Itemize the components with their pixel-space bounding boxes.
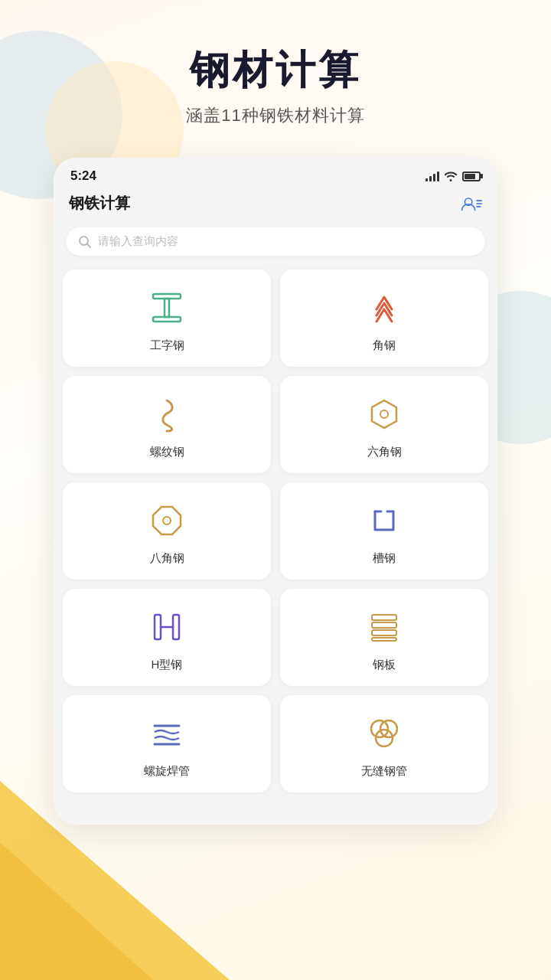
grid-item-label: H型钢 bbox=[152, 658, 183, 672]
grid-row-5: 螺旋焊管 无缝钢管 bbox=[63, 695, 488, 792]
phone-card: 5:24 钢铁计算 bbox=[54, 158, 497, 825]
bg-triangle-2 bbox=[0, 842, 153, 980]
grid-item-bajiao[interactable]: 八角钢 bbox=[63, 482, 271, 580]
search-icon bbox=[78, 235, 92, 249]
grid-item-label: 六角钢 bbox=[367, 445, 402, 459]
svg-marker-9 bbox=[372, 400, 396, 428]
grid-row-4: H型钢 钢板 bbox=[63, 589, 488, 686]
material-grid: 工字钢 角钢 bbox=[54, 266, 497, 809]
channel-icon bbox=[363, 499, 406, 542]
octagon-icon bbox=[145, 499, 188, 542]
grid-item-wufeng[interactable]: 无缝钢管 bbox=[280, 695, 488, 792]
grid-item-label: 角钢 bbox=[373, 338, 396, 353]
svg-rect-21 bbox=[372, 638, 396, 641]
spiral-pipe-icon bbox=[145, 712, 188, 755]
grid-row-2: 螺纹钢 六角钢 bbox=[63, 376, 488, 473]
svg-rect-19 bbox=[372, 622, 396, 628]
h-beam-icon bbox=[145, 606, 188, 648]
search-container: 请输入查询内容 bbox=[54, 223, 497, 266]
grid-item-label: 工字钢 bbox=[150, 338, 184, 353]
app-title: 钢铁计算 bbox=[69, 193, 130, 214]
svg-point-12 bbox=[163, 517, 171, 524]
grid-item-liujiao[interactable]: 六角钢 bbox=[280, 376, 488, 473]
grid-row-3: 八角钢 槽钢 bbox=[63, 482, 488, 580]
search-bar[interactable]: 请输入查询内容 bbox=[66, 227, 485, 256]
grid-row-1: 工字钢 角钢 bbox=[63, 270, 488, 367]
seamless-pipe-icon bbox=[363, 712, 406, 755]
grid-item-label: 钢板 bbox=[373, 658, 396, 672]
wifi-icon bbox=[444, 171, 458, 181]
grid-item-gongzugang[interactable]: 工字钢 bbox=[63, 270, 271, 367]
svg-rect-20 bbox=[372, 630, 396, 635]
rebar-icon bbox=[145, 393, 188, 436]
svg-point-10 bbox=[380, 410, 388, 418]
grid-item-label: 无缝钢管 bbox=[361, 764, 407, 779]
grid-item-label: 螺纹钢 bbox=[150, 445, 184, 459]
signal-icon bbox=[425, 171, 439, 181]
svg-rect-8 bbox=[165, 299, 169, 317]
svg-marker-11 bbox=[153, 507, 181, 534]
svg-rect-18 bbox=[372, 615, 396, 620]
grid-item-luoxuan[interactable]: 螺旋焊管 bbox=[63, 695, 271, 792]
header-section: 钢材计算 涵盖11种钢铁材料计算 bbox=[0, 0, 551, 142]
user-icon bbox=[461, 195, 482, 212]
app-header: 钢铁计算 bbox=[54, 190, 497, 223]
search-placeholder: 请输入查询内容 bbox=[98, 234, 178, 249]
battery-icon bbox=[462, 172, 481, 181]
i-beam-icon bbox=[145, 286, 188, 329]
grid-item-label: 槽钢 bbox=[373, 551, 396, 566]
status-icons bbox=[425, 171, 481, 181]
plate-icon bbox=[363, 606, 406, 648]
angle-steel-icon bbox=[363, 286, 406, 329]
grid-item-caogang[interactable]: 槽钢 bbox=[280, 482, 488, 580]
grid-item-label: 八角钢 bbox=[150, 551, 184, 566]
grid-item-luowengang[interactable]: 螺纹钢 bbox=[63, 376, 271, 473]
svg-line-5 bbox=[87, 243, 91, 247]
status-time: 5:24 bbox=[70, 168, 96, 184]
status-bar: 5:24 bbox=[54, 158, 497, 190]
grid-item-gangban[interactable]: 钢板 bbox=[280, 589, 488, 686]
main-title: 钢材计算 bbox=[0, 46, 551, 93]
grid-item-jiaogang[interactable]: 角钢 bbox=[280, 270, 488, 367]
hexagon-icon bbox=[363, 393, 406, 436]
user-profile-button[interactable] bbox=[461, 195, 482, 212]
grid-item-label: 螺旋焊管 bbox=[144, 764, 190, 779]
sub-title: 涵盖11种钢铁材料计算 bbox=[0, 104, 551, 127]
grid-item-hxing[interactable]: H型钢 bbox=[63, 589, 271, 686]
